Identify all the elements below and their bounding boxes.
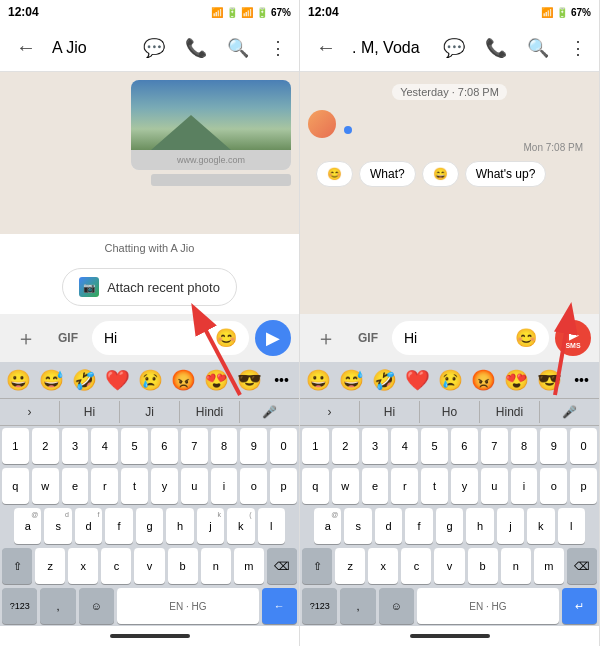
r-emoji-8[interactable]: 😎	[533, 366, 566, 394]
r-emoji-2[interactable]: 😅	[335, 366, 368, 394]
right-add-button[interactable]: ＋	[308, 320, 344, 356]
left-message-input[interactable]: Hi 😊	[92, 321, 249, 355]
r-key-t[interactable]: t	[421, 468, 448, 504]
r-key-w[interactable]: w	[332, 468, 359, 504]
r-emoji-5[interactable]: 😢	[434, 366, 467, 394]
key-5[interactable]: 5	[121, 428, 148, 464]
key-y[interactable]: y	[151, 468, 178, 504]
left-chat-icon[interactable]: 💬	[135, 29, 173, 67]
r-key-b[interactable]: b	[468, 548, 498, 584]
key-q[interactable]: q	[2, 468, 29, 504]
r-key-n[interactable]: n	[501, 548, 531, 584]
key-space[interactable]: EN · HG	[117, 588, 259, 624]
r-emoji-4[interactable]: ❤️	[401, 366, 434, 394]
r-key-g[interactable]: g	[436, 508, 463, 544]
right-message-input[interactable]: Hi 😊	[392, 321, 549, 355]
right-suggestion-1[interactable]: Hi	[360, 401, 420, 423]
key-1[interactable]: 1	[2, 428, 29, 464]
emoji-2[interactable]: 😅	[35, 366, 68, 394]
key-d[interactable]: df	[75, 508, 102, 544]
r-key-o[interactable]: o	[540, 468, 567, 504]
key-enter[interactable]: ←	[262, 588, 297, 624]
key-e[interactable]: e	[62, 468, 89, 504]
r-key-2[interactable]: 2	[332, 428, 359, 464]
key-f[interactable]: f	[105, 508, 132, 544]
key-s[interactable]: sd	[44, 508, 71, 544]
emoji-6[interactable]: 😡	[167, 366, 200, 394]
r-key-0[interactable]: 0	[570, 428, 597, 464]
key-v[interactable]: v	[134, 548, 164, 584]
key-9[interactable]: 9	[240, 428, 267, 464]
r-key-a[interactable]: a@	[314, 508, 341, 544]
right-more-icon[interactable]: ⋮	[561, 29, 595, 67]
r-key-v[interactable]: v	[434, 548, 464, 584]
r-emoji-1[interactable]: 😀	[302, 366, 335, 394]
right-call-icon[interactable]: 📞	[477, 29, 515, 67]
key-i[interactable]: i	[211, 468, 238, 504]
emoji-7[interactable]: 😍	[200, 366, 233, 394]
left-suggestion-2[interactable]: Ji	[120, 401, 180, 423]
r-key-k[interactable]: k	[527, 508, 554, 544]
key-n[interactable]: n	[201, 548, 231, 584]
r-key-space[interactable]: EN · HG	[417, 588, 559, 624]
r-key-h[interactable]: h	[466, 508, 493, 544]
key-shift[interactable]: ⇧	[2, 548, 32, 584]
chip-what[interactable]: What?	[359, 161, 416, 187]
left-chevron[interactable]: ›	[0, 401, 60, 423]
key-u[interactable]: u	[181, 468, 208, 504]
left-add-button[interactable]: ＋	[8, 320, 44, 356]
r-key-c[interactable]: c	[401, 548, 431, 584]
chip-laugh[interactable]: 😄	[422, 161, 459, 187]
left-call-icon[interactable]: 📞	[177, 29, 215, 67]
r-key-delete[interactable]: ⌫	[567, 548, 597, 584]
r-key-7[interactable]: 7	[481, 428, 508, 464]
r-key-1[interactable]: 1	[302, 428, 329, 464]
chip-whatsup[interactable]: What's up?	[465, 161, 547, 187]
r-emoji-3[interactable]: 🤣	[368, 366, 401, 394]
r-key-5[interactable]: 5	[421, 428, 448, 464]
r-key-enter[interactable]: ↵	[562, 588, 597, 624]
key-j[interactable]: jk	[197, 508, 224, 544]
r-key-j[interactable]: j	[497, 508, 524, 544]
r-key-l[interactable]: l	[558, 508, 585, 544]
left-more-icon[interactable]: ⋮	[261, 29, 295, 67]
r-key-num-switch[interactable]: ?123	[302, 588, 337, 624]
r-key-emoji[interactable]: ☺	[379, 588, 414, 624]
key-3[interactable]: 3	[62, 428, 89, 464]
right-suggestion-3[interactable]: Hindi	[480, 401, 540, 423]
r-key-9[interactable]: 9	[540, 428, 567, 464]
r-key-y[interactable]: y	[451, 468, 478, 504]
key-delete[interactable]: ⌫	[267, 548, 297, 584]
r-key-q[interactable]: q	[302, 468, 329, 504]
emoji-8[interactable]: 😎	[233, 366, 266, 394]
key-h[interactable]: h	[166, 508, 193, 544]
key-emoji[interactable]: ☺	[79, 588, 114, 624]
key-4[interactable]: 4	[91, 428, 118, 464]
right-emoji-button[interactable]: 😊	[515, 327, 537, 349]
left-emoji-button[interactable]: 😊	[215, 327, 237, 349]
key-8[interactable]: 8	[211, 428, 238, 464]
right-search-icon[interactable]: 🔍	[519, 29, 557, 67]
right-chevron[interactable]: ›	[300, 401, 360, 423]
r-key-s[interactable]: s	[344, 508, 371, 544]
emoji-3[interactable]: 🤣	[68, 366, 101, 394]
key-x[interactable]: x	[68, 548, 98, 584]
right-chat-icon[interactable]: 💬	[435, 29, 473, 67]
r-key-d[interactable]: d	[375, 508, 402, 544]
r-key-u[interactable]: u	[481, 468, 508, 504]
key-g[interactable]: g	[136, 508, 163, 544]
r-key-shift[interactable]: ⇧	[302, 548, 332, 584]
key-w[interactable]: w	[32, 468, 59, 504]
left-suggestion-3[interactable]: Hindi	[180, 401, 240, 423]
emoji-4[interactable]: ❤️	[101, 366, 134, 394]
key-c[interactable]: c	[101, 548, 131, 584]
key-t[interactable]: t	[121, 468, 148, 504]
r-emoji-6[interactable]: 😡	[467, 366, 500, 394]
key-o[interactable]: o	[240, 468, 267, 504]
emoji-more[interactable]: •••	[266, 370, 297, 390]
r-emoji-more[interactable]: •••	[566, 370, 597, 390]
right-send-sms-button[interactable]: ▶ SMS	[555, 320, 591, 356]
r-key-6[interactable]: 6	[451, 428, 478, 464]
key-m[interactable]: m	[234, 548, 264, 584]
key-p[interactable]: p	[270, 468, 297, 504]
